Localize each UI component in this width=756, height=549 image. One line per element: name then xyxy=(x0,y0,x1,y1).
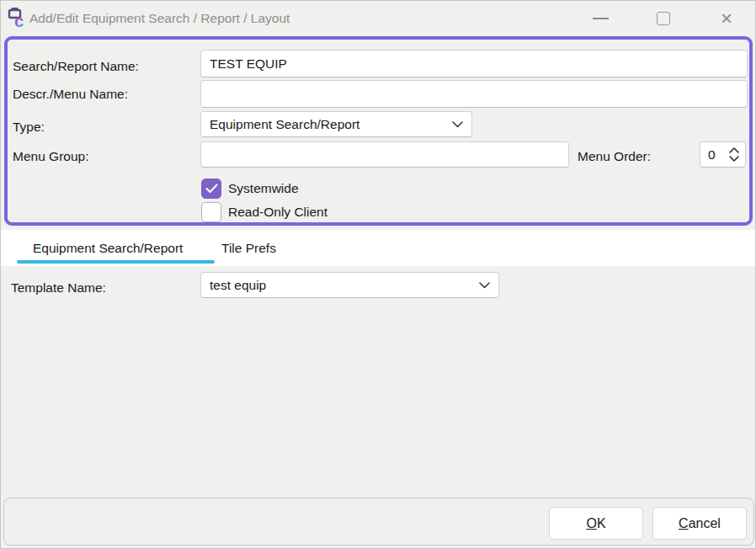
check-icon xyxy=(205,184,218,194)
type-select-value: Equipment Search/Report xyxy=(210,117,447,132)
template-name-label: Template Name: xyxy=(11,280,106,296)
window-title: Add/Edit Equipment Search / Report / Lay… xyxy=(29,1,290,36)
menu-order-label: Menu Order: xyxy=(578,149,651,164)
template-name-select[interactable]: test equip xyxy=(200,272,499,298)
chevron-down-icon xyxy=(479,282,490,289)
systemwide-checkbox[interactable] xyxy=(201,179,221,199)
close-icon: × xyxy=(721,8,732,29)
maximize-icon xyxy=(657,12,670,25)
cancel-button[interactable]: Cancel xyxy=(652,507,747,540)
stepper-up-down-icon[interactable] xyxy=(728,147,740,163)
tab-bar: Equipment Search/Report Tile Prefs xyxy=(1,230,755,266)
menu-group-input[interactable] xyxy=(200,141,569,168)
close-button[interactable]: × xyxy=(714,6,739,31)
tab-label: Tile Prefs xyxy=(221,241,276,256)
minimize-button[interactable] xyxy=(588,6,613,31)
menu-order-stepper[interactable]: 0 xyxy=(700,141,746,168)
minimize-icon xyxy=(593,18,609,19)
menu-group-label: Menu Group: xyxy=(13,149,88,164)
template-name-value: test equip xyxy=(210,278,474,293)
descr-menu-name-label: Descr./Menu Name: xyxy=(13,87,128,102)
app-icon: c xyxy=(8,7,30,29)
search-report-name-input[interactable] xyxy=(200,50,748,77)
systemwide-label: Systemwide xyxy=(228,181,299,196)
tab-tile-prefs[interactable]: Tile Prefs xyxy=(221,230,276,266)
search-report-name-label: Search/Report Name: xyxy=(13,59,139,74)
maximize-button[interactable] xyxy=(651,6,676,31)
readonly-client-label: Read-Only Client xyxy=(228,205,327,220)
tab-label: Equipment Search/Report xyxy=(33,241,183,256)
dialog-window: c Add/Edit Equipment Search / Report / L… xyxy=(0,0,756,549)
readonly-client-checkbox[interactable] xyxy=(201,202,221,222)
menu-order-value: 0 xyxy=(708,147,728,163)
chevron-down-icon xyxy=(452,121,463,128)
type-select[interactable]: Equipment Search/Report xyxy=(200,111,472,137)
titlebar: c Add/Edit Equipment Search / Report / L… xyxy=(1,1,755,36)
type-label: Type: xyxy=(13,120,45,135)
active-tab-indicator xyxy=(17,260,215,264)
svg-text:c: c xyxy=(14,12,24,29)
descr-menu-name-input[interactable] xyxy=(200,80,748,108)
ok-button[interactable]: OK xyxy=(549,507,643,540)
